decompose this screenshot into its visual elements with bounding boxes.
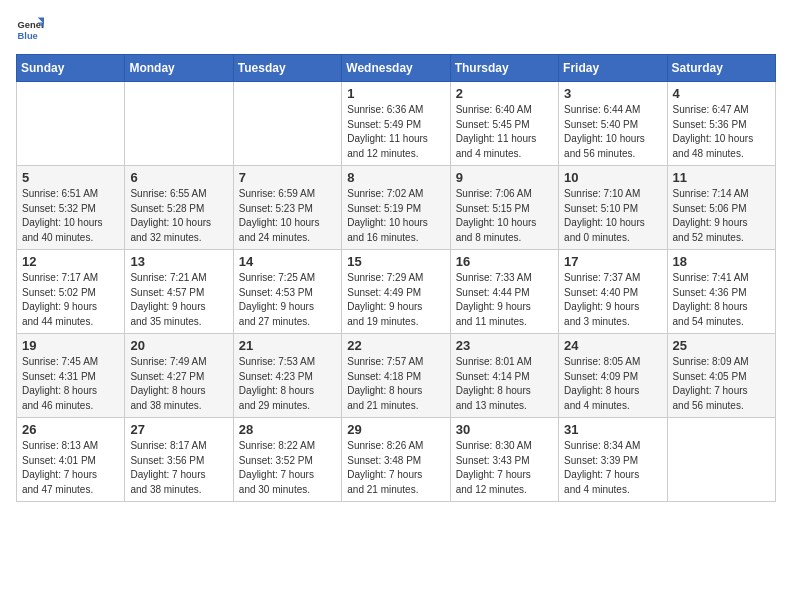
day-info: Sunrise: 7:25 AM Sunset: 4:53 PM Dayligh…	[239, 271, 336, 329]
day-info: Sunrise: 7:17 AM Sunset: 5:02 PM Dayligh…	[22, 271, 119, 329]
calendar-cell: 10Sunrise: 7:10 AM Sunset: 5:10 PM Dayli…	[559, 166, 667, 250]
day-info: Sunrise: 6:47 AM Sunset: 5:36 PM Dayligh…	[673, 103, 770, 161]
weekday-friday: Friday	[559, 55, 667, 82]
day-number: 13	[130, 254, 227, 269]
day-info: Sunrise: 8:17 AM Sunset: 3:56 PM Dayligh…	[130, 439, 227, 497]
day-number: 8	[347, 170, 444, 185]
day-info: Sunrise: 8:01 AM Sunset: 4:14 PM Dayligh…	[456, 355, 553, 413]
weekday-wednesday: Wednesday	[342, 55, 450, 82]
day-number: 1	[347, 86, 444, 101]
calendar-cell: 6Sunrise: 6:55 AM Sunset: 5:28 PM Daylig…	[125, 166, 233, 250]
calendar-cell: 27Sunrise: 8:17 AM Sunset: 3:56 PM Dayli…	[125, 418, 233, 502]
calendar-cell: 7Sunrise: 6:59 AM Sunset: 5:23 PM Daylig…	[233, 166, 341, 250]
day-number: 14	[239, 254, 336, 269]
calendar-cell: 11Sunrise: 7:14 AM Sunset: 5:06 PM Dayli…	[667, 166, 775, 250]
calendar-table: SundayMondayTuesdayWednesdayThursdayFrid…	[16, 54, 776, 502]
page-header: General Blue	[16, 16, 776, 44]
day-info: Sunrise: 7:57 AM Sunset: 4:18 PM Dayligh…	[347, 355, 444, 413]
day-info: Sunrise: 7:06 AM Sunset: 5:15 PM Dayligh…	[456, 187, 553, 245]
calendar-cell: 28Sunrise: 8:22 AM Sunset: 3:52 PM Dayli…	[233, 418, 341, 502]
calendar-cell: 9Sunrise: 7:06 AM Sunset: 5:15 PM Daylig…	[450, 166, 558, 250]
calendar-cell: 22Sunrise: 7:57 AM Sunset: 4:18 PM Dayli…	[342, 334, 450, 418]
calendar-cell: 4Sunrise: 6:47 AM Sunset: 5:36 PM Daylig…	[667, 82, 775, 166]
day-number: 18	[673, 254, 770, 269]
calendar-cell: 18Sunrise: 7:41 AM Sunset: 4:36 PM Dayli…	[667, 250, 775, 334]
day-number: 10	[564, 170, 661, 185]
logo: General Blue	[16, 16, 44, 44]
weekday-tuesday: Tuesday	[233, 55, 341, 82]
day-number: 2	[456, 86, 553, 101]
day-number: 31	[564, 422, 661, 437]
calendar-week-4: 19Sunrise: 7:45 AM Sunset: 4:31 PM Dayli…	[17, 334, 776, 418]
day-info: Sunrise: 7:33 AM Sunset: 4:44 PM Dayligh…	[456, 271, 553, 329]
day-number: 7	[239, 170, 336, 185]
day-number: 27	[130, 422, 227, 437]
day-info: Sunrise: 6:40 AM Sunset: 5:45 PM Dayligh…	[456, 103, 553, 161]
day-info: Sunrise: 7:21 AM Sunset: 4:57 PM Dayligh…	[130, 271, 227, 329]
day-number: 15	[347, 254, 444, 269]
calendar-cell: 17Sunrise: 7:37 AM Sunset: 4:40 PM Dayli…	[559, 250, 667, 334]
calendar-cell: 30Sunrise: 8:30 AM Sunset: 3:43 PM Dayli…	[450, 418, 558, 502]
day-number: 28	[239, 422, 336, 437]
calendar-cell: 19Sunrise: 7:45 AM Sunset: 4:31 PM Dayli…	[17, 334, 125, 418]
calendar-week-5: 26Sunrise: 8:13 AM Sunset: 4:01 PM Dayli…	[17, 418, 776, 502]
day-info: Sunrise: 7:37 AM Sunset: 4:40 PM Dayligh…	[564, 271, 661, 329]
day-number: 19	[22, 338, 119, 353]
day-number: 6	[130, 170, 227, 185]
weekday-sunday: Sunday	[17, 55, 125, 82]
day-info: Sunrise: 7:41 AM Sunset: 4:36 PM Dayligh…	[673, 271, 770, 329]
weekday-saturday: Saturday	[667, 55, 775, 82]
weekday-header-row: SundayMondayTuesdayWednesdayThursdayFrid…	[17, 55, 776, 82]
day-info: Sunrise: 8:05 AM Sunset: 4:09 PM Dayligh…	[564, 355, 661, 413]
svg-text:Blue: Blue	[18, 31, 38, 41]
day-info: Sunrise: 6:55 AM Sunset: 5:28 PM Dayligh…	[130, 187, 227, 245]
day-number: 16	[456, 254, 553, 269]
day-number: 4	[673, 86, 770, 101]
day-number: 12	[22, 254, 119, 269]
day-info: Sunrise: 7:02 AM Sunset: 5:19 PM Dayligh…	[347, 187, 444, 245]
day-info: Sunrise: 7:49 AM Sunset: 4:27 PM Dayligh…	[130, 355, 227, 413]
calendar-cell: 31Sunrise: 8:34 AM Sunset: 3:39 PM Dayli…	[559, 418, 667, 502]
calendar-cell: 1Sunrise: 6:36 AM Sunset: 5:49 PM Daylig…	[342, 82, 450, 166]
calendar-cell: 23Sunrise: 8:01 AM Sunset: 4:14 PM Dayli…	[450, 334, 558, 418]
calendar-cell: 20Sunrise: 7:49 AM Sunset: 4:27 PM Dayli…	[125, 334, 233, 418]
calendar-cell	[667, 418, 775, 502]
day-info: Sunrise: 8:22 AM Sunset: 3:52 PM Dayligh…	[239, 439, 336, 497]
day-number: 20	[130, 338, 227, 353]
calendar-cell: 29Sunrise: 8:26 AM Sunset: 3:48 PM Dayli…	[342, 418, 450, 502]
calendar-cell: 26Sunrise: 8:13 AM Sunset: 4:01 PM Dayli…	[17, 418, 125, 502]
calendar-cell: 21Sunrise: 7:53 AM Sunset: 4:23 PM Dayli…	[233, 334, 341, 418]
day-info: Sunrise: 8:13 AM Sunset: 4:01 PM Dayligh…	[22, 439, 119, 497]
calendar-cell: 13Sunrise: 7:21 AM Sunset: 4:57 PM Dayli…	[125, 250, 233, 334]
day-number: 29	[347, 422, 444, 437]
day-info: Sunrise: 7:45 AM Sunset: 4:31 PM Dayligh…	[22, 355, 119, 413]
day-number: 5	[22, 170, 119, 185]
day-number: 23	[456, 338, 553, 353]
calendar-cell: 2Sunrise: 6:40 AM Sunset: 5:45 PM Daylig…	[450, 82, 558, 166]
calendar-cell: 24Sunrise: 8:05 AM Sunset: 4:09 PM Dayli…	[559, 334, 667, 418]
day-info: Sunrise: 6:44 AM Sunset: 5:40 PM Dayligh…	[564, 103, 661, 161]
calendar-cell: 12Sunrise: 7:17 AM Sunset: 5:02 PM Dayli…	[17, 250, 125, 334]
day-info: Sunrise: 8:34 AM Sunset: 3:39 PM Dayligh…	[564, 439, 661, 497]
day-info: Sunrise: 6:59 AM Sunset: 5:23 PM Dayligh…	[239, 187, 336, 245]
day-info: Sunrise: 7:10 AM Sunset: 5:10 PM Dayligh…	[564, 187, 661, 245]
day-info: Sunrise: 8:26 AM Sunset: 3:48 PM Dayligh…	[347, 439, 444, 497]
calendar-cell	[17, 82, 125, 166]
calendar-cell: 5Sunrise: 6:51 AM Sunset: 5:32 PM Daylig…	[17, 166, 125, 250]
svg-text:General: General	[18, 20, 44, 30]
calendar-week-2: 5Sunrise: 6:51 AM Sunset: 5:32 PM Daylig…	[17, 166, 776, 250]
day-number: 25	[673, 338, 770, 353]
day-number: 24	[564, 338, 661, 353]
weekday-thursday: Thursday	[450, 55, 558, 82]
day-number: 17	[564, 254, 661, 269]
calendar-cell: 14Sunrise: 7:25 AM Sunset: 4:53 PM Dayli…	[233, 250, 341, 334]
calendar-week-1: 1Sunrise: 6:36 AM Sunset: 5:49 PM Daylig…	[17, 82, 776, 166]
calendar-cell	[125, 82, 233, 166]
calendar-cell: 3Sunrise: 6:44 AM Sunset: 5:40 PM Daylig…	[559, 82, 667, 166]
day-info: Sunrise: 7:53 AM Sunset: 4:23 PM Dayligh…	[239, 355, 336, 413]
calendar-week-3: 12Sunrise: 7:17 AM Sunset: 5:02 PM Dayli…	[17, 250, 776, 334]
calendar-cell: 25Sunrise: 8:09 AM Sunset: 4:05 PM Dayli…	[667, 334, 775, 418]
day-info: Sunrise: 6:51 AM Sunset: 5:32 PM Dayligh…	[22, 187, 119, 245]
day-info: Sunrise: 8:09 AM Sunset: 4:05 PM Dayligh…	[673, 355, 770, 413]
calendar-cell	[233, 82, 341, 166]
